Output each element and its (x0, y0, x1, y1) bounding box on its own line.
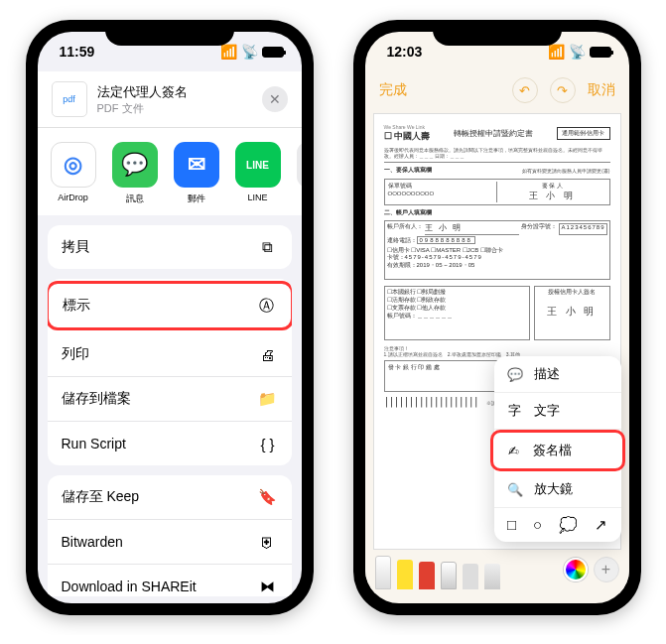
magnifier-icon: 🔍 (506, 482, 524, 497)
status-time: 12:03 (387, 44, 423, 60)
share-app-mail[interactable]: ✉郵件 (169, 142, 224, 205)
share-label: AirDrop (46, 193, 101, 202)
markup-nav: 完成 ↶ ↷ 取消 (365, 71, 629, 109)
share-app-messages[interactable]: 💬訊息 (107, 142, 163, 205)
action-print[interactable]: 列印🖨 (48, 332, 292, 377)
doc-company: ☐ 中國人壽 (384, 130, 431, 143)
print-icon: 🖨 (258, 344, 278, 364)
folder-icon: 📁 (258, 389, 278, 409)
tool-magnifier[interactable]: 🔍放大鏡 (494, 471, 621, 508)
cancel-button[interactable]: 取消 (588, 81, 615, 99)
messages-icon: 💬 (112, 142, 158, 188)
share-apps-row[interactable]: ◎AirDrop💬訊息✉郵件LINELINE⋯T (38, 128, 302, 215)
markup-toolbar: + (365, 550, 629, 593)
phone-right: 12:03 📶 📡 完成 ↶ ↷ 取消 We Share We Link ☐ 中… (353, 20, 641, 615)
share-label: 郵件 (169, 193, 224, 205)
actions-scroll[interactable]: 拷貝⧉ 標示Ⓐ列印🖨儲存到檔案📁Run Script{ } 儲存至 Keep🔖B… (38, 215, 302, 596)
section1-label: 一、要保人填寫欄 (384, 166, 519, 176)
action-braces[interactable]: Run Script{ } (48, 422, 292, 465)
battery-icon (262, 47, 284, 58)
ruler-tool[interactable] (484, 564, 500, 589)
action-folder[interactable]: 儲存到檔案📁 (48, 377, 292, 422)
action-bookmark[interactable]: 儲存至 Keep🔖 (48, 475, 292, 520)
screen-right: 12:03 📶 📡 完成 ↶ ↷ 取消 We Share We Link ☐ 中… (365, 32, 629, 603)
shield-icon: ⛨ (258, 532, 278, 552)
battery-icon (590, 47, 611, 58)
share-label: LINE (230, 193, 286, 202)
mail-icon: ✉ (174, 142, 219, 188)
tool-text[interactable]: 字文字 (494, 393, 621, 430)
bookmark-icon: 🔖 (258, 487, 278, 507)
copy-icon: ⧉ (258, 237, 278, 257)
tool-label: 文字 (534, 402, 560, 420)
action-copy[interactable]: 拷貝⧉ (48, 225, 292, 269)
screen-left: 11:59 📶 📡 pdf 法定代理人簽名 PDF 文件 ✕ ◎AirDrop💬… (38, 32, 302, 603)
share-label: 訊息 (107, 193, 163, 205)
text-icon: 字 (506, 402, 524, 420)
shapes-row: □○💭↗ (494, 508, 621, 542)
action-shareit[interactable]: Download in SHAREit⧓ (48, 565, 292, 596)
action-label: 儲存至 Keep (62, 488, 140, 506)
eraser-tool[interactable] (441, 562, 457, 589)
share-app-airdrop[interactable]: ◎AirDrop (46, 142, 101, 205)
done-button[interactable]: 完成 (379, 81, 407, 99)
more-icon: ⋯ (297, 142, 302, 188)
action-label: 儲存到檔案 (62, 390, 131, 408)
tool-label: 描述 (534, 365, 560, 383)
signal-icon: 📶 (220, 44, 237, 60)
nav-right: ↶ ↷ 取消 (512, 77, 615, 103)
action-label: 標示 (63, 297, 90, 315)
status-indicators: 📶 📡 (220, 44, 284, 60)
markup-icon: Ⓐ (257, 296, 277, 316)
braces-icon: { } (258, 434, 278, 453)
wifi-icon: 📡 (569, 44, 586, 60)
notch (105, 20, 234, 46)
highlighter-tool[interactable] (397, 560, 413, 589)
share-app-line[interactable]: LINELINE (230, 142, 286, 205)
action-group-1: 拷貝⧉ (48, 225, 292, 269)
tool-label: 放大鏡 (534, 480, 573, 498)
share-sheet-header: pdf 法定代理人簽名 PDF 文件 ✕ (38, 71, 302, 128)
action-markup[interactable]: 標示Ⓐ (48, 281, 292, 330)
shape-option[interactable]: ↗ (595, 516, 607, 534)
shape-option[interactable]: □ (507, 516, 516, 534)
action-label: Run Script (62, 436, 126, 451)
signal-icon: 📶 (548, 44, 565, 60)
action-label: Download in SHAREit (62, 579, 197, 594)
file-subtitle: PDF 文件 (97, 101, 252, 116)
doc-badge: 通用範例-信用卡 (557, 127, 610, 140)
close-button[interactable]: ✕ (262, 86, 288, 112)
undo-button[interactable]: ↶ (512, 77, 538, 103)
tool-speech[interactable]: 💬描述 (494, 356, 621, 393)
pen-tool[interactable] (375, 556, 391, 589)
shape-option[interactable]: ○ (533, 516, 542, 534)
add-button[interactable]: + (594, 557, 619, 582)
airdrop-icon: ◎ (51, 142, 96, 188)
file-thumb: pdf (52, 81, 87, 117)
color-picker[interactable] (564, 558, 588, 581)
action-label: 拷貝 (62, 238, 89, 256)
action-shield[interactable]: Bitwarden⛨ (48, 520, 292, 565)
status-time: 11:59 (60, 44, 95, 60)
action-group-2: 標示Ⓐ列印🖨儲存到檔案📁Run Script{ } (48, 279, 292, 465)
signature-icon: ✍︎ (505, 444, 523, 458)
shareit-icon: ⧓ (258, 577, 278, 596)
tool-label: 簽名檔 (533, 442, 572, 459)
speech-icon: 💬 (506, 367, 524, 382)
wifi-icon: 📡 (241, 44, 258, 60)
pencil-tool[interactable] (419, 562, 435, 589)
action-label: 列印 (62, 345, 89, 363)
redo-button[interactable]: ↷ (550, 77, 576, 103)
share-app-more[interactable]: ⋯T (292, 142, 302, 205)
action-group-3: 儲存至 Keep🔖Bitwarden⛨Download in SHAREit⧓S… (48, 475, 292, 596)
tool-signature[interactable]: ✍︎簽名檔 (490, 430, 625, 471)
status-indicators: 📶 📡 (548, 44, 611, 60)
shape-option[interactable]: 💭 (559, 516, 578, 534)
section2-label: 二、帳戶人填寫欄 (384, 208, 610, 217)
add-tool-popup: 💬描述字文字✍︎簽名檔🔍放大鏡□○💭↗ (494, 356, 621, 542)
notch (433, 20, 562, 46)
doc-intro: 簽署後即代表同意本服務條款。請先詳閱以下注意事項，填寫完整資料並親自簽名。未經同… (384, 147, 610, 159)
file-title: 法定代理人簽名 (97, 83, 252, 101)
line-icon: LINE (235, 142, 281, 188)
lasso-tool[interactable] (463, 564, 478, 589)
